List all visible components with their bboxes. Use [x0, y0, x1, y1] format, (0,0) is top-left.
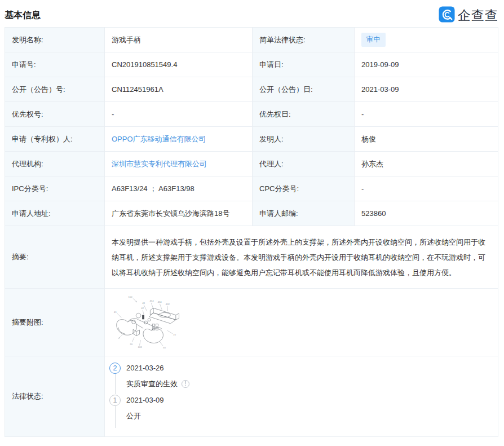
- abstract-figure-label: 摘要附图:: [5, 289, 105, 356]
- applicant-address-label: 申请人地址:: [5, 201, 105, 226]
- table-row: 摘要附图:: [5, 289, 498, 356]
- ipc-class-value: A63F13/24 ； A63F13/98: [105, 176, 253, 201]
- publication-number-label: 公开（公告）号:: [5, 77, 105, 102]
- agency-link[interactable]: 深圳市慧实专利代理有限公司: [112, 160, 207, 168]
- priority-number-label: 优先权号:: [5, 102, 105, 127]
- abstract-label: 摘要:: [5, 226, 105, 289]
- table-row: 优先权号: - 优先权日: -: [5, 102, 498, 127]
- abstract-figure-cell: 10043454 43443241 2020330 1042: [105, 289, 498, 356]
- table-row: 摘要: 本发明提供一种游戏手柄，包括外壳及设置于所述外壳上的支撑架，所述外壳内开…: [5, 226, 498, 289]
- agent-label: 代理人:: [253, 152, 355, 176]
- legal-status-cell: 审中: [355, 28, 498, 52]
- invention-name-label: 发明名称:: [5, 28, 105, 52]
- abstract-figure[interactable]: 10043454 43443241 2020330 1042: [112, 291, 187, 354]
- inventor-value: 杨俊: [355, 127, 498, 152]
- legal-state-cell: 2 2021-03-26 实质审查的生效 ! 1 2021-03-09 公开: [105, 356, 498, 437]
- timeline-event-label: 公开: [126, 411, 141, 421]
- applicant-zip-label: 申请人邮编:: [253, 201, 355, 226]
- timeline-step-number: 2: [109, 363, 121, 374]
- svg-text:434: 434: [158, 301, 162, 303]
- timeline-step-number: 1: [109, 395, 121, 406]
- ipc-class-label: IPC分类号:: [5, 176, 105, 201]
- inventor-label: 发明人:: [253, 127, 355, 152]
- cpc-class-label: CPC分类号:: [253, 176, 355, 201]
- applicant-label: 申请（专利权）人:: [5, 127, 105, 152]
- svg-text:432: 432: [166, 303, 170, 306]
- svg-text:454: 454: [149, 299, 154, 302]
- legal-status-label: 简单法律状态:: [253, 28, 355, 52]
- qichacha-logo-icon: [439, 6, 455, 24]
- svg-text:42: 42: [141, 307, 144, 310]
- timeline-date: 2021-03-26: [126, 364, 164, 372]
- applicant-link[interactable]: OPPO广东移动通信有限公司: [112, 135, 206, 143]
- svg-text:41: 41: [114, 311, 117, 313]
- timeline-event-label: 实质审查的生效: [126, 379, 178, 389]
- priority-number-value: -: [105, 102, 253, 127]
- agent-value: 孙东杰: [355, 152, 498, 176]
- basic-info-table: 发明名称: 游戏手柄 简单法律状态: 审中 申请号: CN20191085154…: [5, 27, 498, 437]
- qichacha-logo[interactable]: 企查查: [439, 6, 498, 24]
- cpc-class-value: -: [355, 176, 498, 201]
- table-row: 申请号: CN201910851549.4 申请日: 2019-09-09: [5, 52, 498, 77]
- qichacha-logo-text: 企查查: [458, 7, 498, 24]
- priority-date-label: 优先权日:: [253, 102, 355, 127]
- table-row: 公开（公告）号: CN112451961A 公开（公告）日: 2021-03-0…: [5, 77, 498, 102]
- legal-status-badge[interactable]: 审中: [361, 33, 386, 47]
- page-title: 基本信息: [5, 10, 41, 21]
- timeline-date: 2021-03-09: [126, 396, 164, 404]
- abstract-text: 本发明提供一种游戏手柄，包括外壳及设置于所述外壳上的支撑架，所述外壳内开设收纳空…: [105, 226, 498, 289]
- svg-text:203: 203: [138, 346, 143, 348]
- applicant-cell: OPPO广东移动通信有限公司: [105, 127, 253, 152]
- applicant-zip-value: 523860: [355, 201, 498, 226]
- info-icon[interactable]: !: [182, 380, 189, 388]
- table-row: 代理机构: 深圳市慧实专利代理有限公司 代理人: 孙东杰: [5, 152, 498, 176]
- publication-number-value: CN112451961A: [105, 77, 253, 102]
- application-number-label: 申请号:: [5, 52, 105, 77]
- legal-state-label: 法律状态:: [5, 356, 105, 437]
- applicant-address-value: 广东省东莞市长安镇乌沙海滨路18号: [105, 201, 253, 226]
- table-row: 申请人地址: 广东省东莞市长安镇乌沙海滨路18号 申请人邮编: 523860: [5, 201, 498, 226]
- table-row: 申请（专利权）人: OPPO广东移动通信有限公司 发明人: 杨俊: [5, 127, 498, 152]
- agency-label: 代理机构:: [5, 152, 105, 176]
- legal-timeline: 2 2021-03-26 实质审查的生效 ! 1 2021-03-09 公开: [109, 356, 491, 428]
- patent-drawing-image: 10043454 43443241 2020330 1042: [112, 292, 187, 352]
- svg-text:30: 30: [163, 346, 166, 349]
- invention-name-value: 游戏手柄: [105, 28, 253, 52]
- priority-date-value: -: [355, 102, 498, 127]
- timeline-item: 1 2021-03-09 公开: [109, 394, 491, 428]
- agency-cell: 深圳市慧实专利代理有限公司: [105, 152, 253, 176]
- page-header: 基本信息 企查查: [0, 0, 504, 27]
- table-row: 法律状态: 2 2021-03-26 实质审查的生效 ! 1 202: [5, 356, 498, 437]
- publication-date-value: 2021-03-09: [355, 77, 498, 102]
- svg-text:43: 43: [142, 302, 145, 304]
- timeline-item: 2 2021-03-26 实质审查的生效 !: [109, 362, 491, 394]
- svg-text:20: 20: [130, 343, 132, 346]
- table-row: 发明名称: 游戏手柄 简单法律状态: 审中: [5, 28, 498, 52]
- application-date-value: 2019-09-09: [355, 52, 498, 77]
- application-date-label: 申请日:: [253, 52, 355, 77]
- svg-text:10: 10: [173, 333, 176, 336]
- application-number-value: CN201910851549.4: [105, 52, 253, 77]
- svg-text:100: 100: [129, 295, 133, 298]
- table-row: IPC分类号: A63F13/24 ； A63F13/98 CPC分类号: -: [5, 176, 498, 201]
- publication-date-label: 公开（公告）日:: [253, 77, 355, 102]
